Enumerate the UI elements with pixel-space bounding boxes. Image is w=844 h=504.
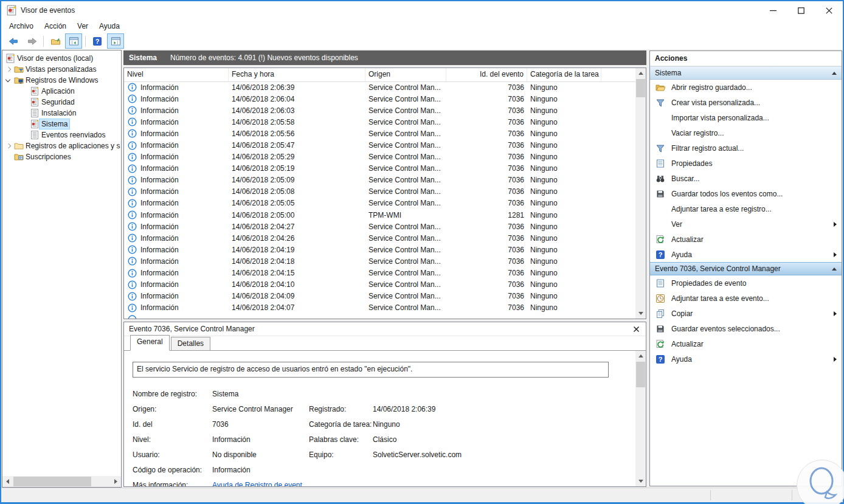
- column-header-categoria-de-la-tarea[interactable]: Categoría de la tarea: [527, 68, 601, 81]
- event-row[interactable]: Información14/06/2018 2:04:18Service Con…: [124, 255, 635, 267]
- menu-archivo[interactable]: Archivo: [4, 19, 39, 33]
- sidebar-item-instalacion[interactable]: Instalación: [2, 108, 121, 119]
- event-row[interactable]: Información14/06/2018 2:04:19Service Con…: [124, 244, 635, 255]
- sidebar-item-visor-de-eventos-local[interactable]: Visor de eventos (local): [2, 53, 121, 64]
- sidebar-item-seguridad[interactable]: Seguridad: [2, 97, 121, 108]
- menu-accion[interactable]: Acción: [39, 19, 72, 33]
- chevron-down-icon[interactable]: [4, 75, 13, 86]
- more-info-link[interactable]: Ayuda de Registro de event: [212, 481, 302, 486]
- collapse-icon[interactable]: [832, 72, 837, 75]
- action-item-actualizar[interactable]: Actualizar: [650, 232, 842, 247]
- sidebar-item-suscripciones[interactable]: Suscripciones: [2, 151, 121, 162]
- log-event-count: Número de eventos: 4.091 (!) Nuevos even…: [170, 54, 358, 62]
- action-item-buscar[interactable]: Buscar...: [650, 171, 842, 186]
- action-item-actualizar[interactable]: Actualizar: [650, 336, 842, 351]
- detail-scrollbar[interactable]: [635, 351, 646, 486]
- back-button[interactable]: [5, 33, 22, 49]
- event-row[interactable]: Información14/06/2018 2:05:29Service Con…: [124, 151, 635, 163]
- event-row[interactable]: Información14/06/2018 2:05:19Service Con…: [124, 163, 635, 174]
- event-row[interactable]: Información14/06/2018 2:05:05Service Con…: [124, 198, 635, 209]
- column-header-origen[interactable]: Origen: [365, 68, 446, 81]
- action-item-filtrar-registro-actual[interactable]: Filtrar registro actual...: [650, 140, 842, 156]
- sidebar-item-aplicacion[interactable]: Aplicación: [2, 86, 121, 97]
- show-action-pane-button[interactable]: [107, 33, 124, 49]
- forward-button[interactable]: [23, 33, 40, 49]
- tree-horizontal-scrollbar[interactable]: [2, 476, 121, 487]
- open-folder-icon: [655, 83, 666, 92]
- menu-ver[interactable]: Ver: [72, 19, 94, 33]
- tab-general[interactable]: General: [130, 335, 170, 351]
- action-item-guardar-todos-los-eventos-como[interactable]: Guardar todos los eventos como...: [650, 186, 842, 201]
- show-console-tree-button[interactable]: [65, 33, 82, 49]
- column-header-id-del-evento[interactable]: Id. del evento: [446, 68, 527, 81]
- forward-arrow-icon: [27, 36, 37, 46]
- action-item-adjuntar-tarea-a-este-registro[interactable]: Adjuntar tarea a este registro...: [650, 201, 842, 216]
- minimize-button[interactable]: [759, 1, 787, 19]
- column-header-nivel[interactable]: Nivel: [124, 68, 229, 81]
- submenu-arrow-icon[interactable]: [834, 311, 837, 316]
- close-button[interactable]: [815, 1, 843, 19]
- scroll-up-icon[interactable]: [635, 351, 646, 361]
- chevron-right-icon[interactable]: [4, 64, 13, 75]
- scroll-up-icon[interactable]: [635, 68, 646, 78]
- sidebar-item-sistema[interactable]: Sistema: [2, 119, 121, 129]
- event-row[interactable]: Información14/06/2018 2:05:56Service Con…: [124, 128, 635, 139]
- scroll-down-icon[interactable]: [635, 308, 646, 319]
- information-icon: [127, 83, 137, 92]
- column-header-fecha-y-hora[interactable]: Fecha y hora: [229, 68, 365, 81]
- action-item-copiar[interactable]: Copiar: [650, 306, 842, 321]
- sidebar-item-registros-de-aplicaciones-y-s[interactable]: Registros de aplicaciones y s: [2, 140, 121, 151]
- action-item-propiedades[interactable]: Propiedades: [650, 156, 842, 171]
- action-item-abrir-registro-guardado[interactable]: Abrir registro guardado...: [650, 80, 842, 95]
- event-row[interactable]: Información14/06/2018 2:05:00TPM-WMI1281…: [124, 209, 635, 221]
- event-row[interactable]: Información14/06/2018 2:05:47Service Con…: [124, 139, 635, 151]
- action-item-propiedades-de-evento[interactable]: Propiedades de evento: [650, 275, 842, 291]
- action-item-adjuntar-tarea-a-este-evento[interactable]: Adjuntar tarea a este evento...: [650, 291, 842, 306]
- scrollbar-thumb[interactable]: [636, 362, 645, 387]
- action-item-crear-vista-personalizada[interactable]: Crear vista personalizada...: [650, 95, 842, 110]
- action-item-importar-vista-personalizada[interactable]: Importar vista personalizada...: [650, 110, 842, 125]
- action-item-ayuda[interactable]: ?Ayuda: [650, 247, 842, 262]
- tab-detalles[interactable]: Detalles: [171, 337, 210, 351]
- event-message[interactable]: El servicio Servicio de registro de acce…: [133, 362, 609, 378]
- event-row[interactable]: Información14/06/2018 2:04:09Service Con…: [124, 291, 635, 302]
- scrollbar-thumb[interactable]: [636, 79, 645, 97]
- scrollbar-thumb[interactable]: [13, 477, 91, 486]
- action-item-ver[interactable]: Ver: [650, 216, 842, 232]
- close-icon[interactable]: [631, 324, 641, 334]
- event-row[interactable]: Información14/06/2018 2:05:08Service Con…: [124, 186, 635, 198]
- event-row[interactable]: Información14/06/2018 2:06:39Service Con…: [124, 81, 635, 93]
- event-row[interactable]: Información14/06/2018 2:06:03Service Con…: [124, 105, 635, 116]
- event-row[interactable]: Información14/06/2018 2:04:26Service Con…: [124, 232, 635, 244]
- export-button[interactable]: [47, 33, 64, 49]
- sidebar-item-registros-de-windows[interactable]: Registros de Windows: [2, 75, 121, 86]
- event-row[interactable]: Información14/06/2018 2:04:15Service Con…: [124, 268, 635, 279]
- event-row[interactable]: Información14/06/2018 2:05:58Service Con…: [124, 116, 635, 128]
- collapse-icon[interactable]: [832, 268, 837, 271]
- action-item-vaciar-registro[interactable]: Vaciar registro...: [650, 125, 842, 140]
- event-list-scrollbar[interactable]: [635, 68, 646, 319]
- chevron-right-icon[interactable]: [4, 140, 13, 151]
- actions-section-header-sistema[interactable]: Sistema: [650, 66, 842, 80]
- maximize-button[interactable]: [787, 1, 815, 19]
- submenu-arrow-icon[interactable]: [834, 252, 837, 257]
- menu-ayuda[interactable]: Ayuda: [94, 19, 125, 33]
- submenu-arrow-icon[interactable]: [834, 222, 837, 227]
- sidebar-item-vistas-personalizadas[interactable]: Vistas personalizadas: [2, 64, 121, 75]
- event-row[interactable]: Información14/06/2018 2:04:27Service Con…: [124, 221, 635, 232]
- event-row[interactable]: Información14/06/2018 2:06:04Service Con…: [124, 93, 635, 105]
- event-row[interactable]: Información14/06/2018 2:04:10Service Con…: [124, 279, 635, 291]
- scroll-right-icon[interactable]: [111, 476, 121, 487]
- event-log-icon: [29, 86, 40, 96]
- scroll-left-icon[interactable]: [2, 476, 13, 487]
- sidebar-item-eventos-reenviados[interactable]: Eventos reenviados: [2, 129, 121, 140]
- event-row[interactable]: Información14/06/2018 2:04:07Service Con…: [124, 302, 635, 314]
- event-row[interactable]: Información14/06/2018 2:05:09Service Con…: [124, 174, 635, 186]
- subscriptions-icon: [13, 152, 24, 162]
- action-item-guardar-eventos-seleccionados[interactable]: Guardar eventos seleccionados...: [650, 321, 842, 336]
- help-button[interactable]: ?: [89, 33, 106, 49]
- submenu-arrow-icon[interactable]: [834, 357, 837, 362]
- action-item-ayuda[interactable]: ?Ayuda: [650, 351, 842, 367]
- scroll-down-icon[interactable]: [635, 476, 646, 486]
- actions-section-header-evento-7036-service-control-manager[interactable]: Evento 7036, Service Control Manager: [650, 262, 842, 275]
